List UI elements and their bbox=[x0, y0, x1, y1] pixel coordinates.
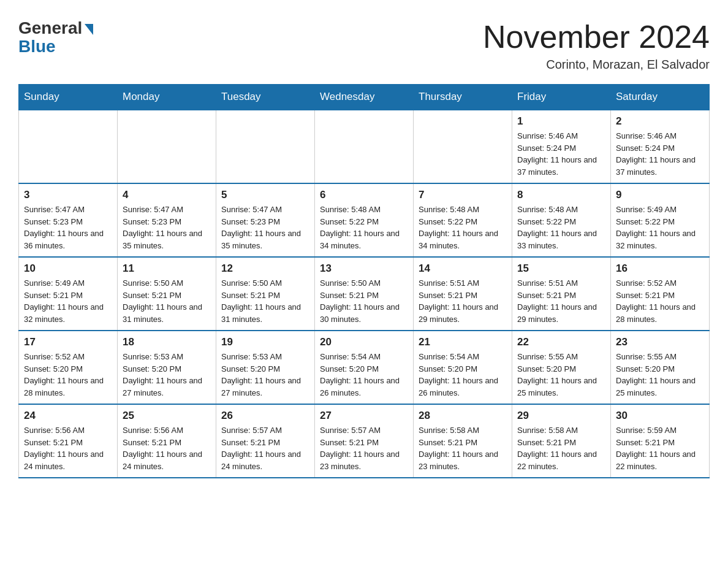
day-number: 21 bbox=[419, 336, 507, 348]
day-info: Sunrise: 5:55 AM Sunset: 5:20 PM Dayligh… bbox=[616, 351, 704, 399]
day-info: Sunrise: 5:54 AM Sunset: 5:20 PM Dayligh… bbox=[320, 351, 408, 399]
day-number: 4 bbox=[123, 189, 211, 201]
day-info: Sunrise: 5:50 AM Sunset: 5:21 PM Dayligh… bbox=[221, 277, 309, 325]
day-number: 12 bbox=[221, 262, 309, 275]
column-header-wednesday: Wednesday bbox=[315, 85, 414, 110]
day-number: 1 bbox=[517, 115, 605, 128]
calendar-week-5: 24Sunrise: 5:56 AM Sunset: 5:21 PM Dayli… bbox=[19, 404, 710, 478]
day-number: 15 bbox=[517, 262, 605, 275]
day-info: Sunrise: 5:56 AM Sunset: 5:21 PM Dayligh… bbox=[123, 424, 211, 472]
calendar-table: SundayMondayTuesdayWednesdayThursdayFrid… bbox=[18, 84, 710, 478]
logo-arrow-icon bbox=[85, 24, 93, 35]
day-info: Sunrise: 5:52 AM Sunset: 5:20 PM Dayligh… bbox=[24, 351, 112, 399]
day-info: Sunrise: 5:46 AM Sunset: 5:24 PM Dayligh… bbox=[517, 130, 605, 178]
calendar-cell: 13Sunrise: 5:50 AM Sunset: 5:21 PM Dayli… bbox=[315, 257, 414, 331]
logo-blue-text: Blue bbox=[18, 37, 56, 56]
day-number: 24 bbox=[24, 410, 112, 422]
day-info: Sunrise: 5:54 AM Sunset: 5:20 PM Dayligh… bbox=[419, 351, 507, 399]
day-info: Sunrise: 5:55 AM Sunset: 5:20 PM Dayligh… bbox=[517, 351, 605, 399]
column-header-tuesday: Tuesday bbox=[216, 85, 315, 110]
day-number: 30 bbox=[616, 410, 704, 422]
day-number: 2 bbox=[616, 115, 704, 128]
calendar-week-1: 1Sunrise: 5:46 AM Sunset: 5:24 PM Daylig… bbox=[19, 110, 710, 183]
day-number: 9 bbox=[616, 189, 704, 201]
day-info: Sunrise: 5:49 AM Sunset: 5:22 PM Dayligh… bbox=[616, 204, 704, 251]
day-info: Sunrise: 5:48 AM Sunset: 5:22 PM Dayligh… bbox=[320, 204, 408, 251]
day-number: 23 bbox=[616, 336, 704, 348]
month-title: November 2024 bbox=[483, 18, 710, 55]
calendar-cell: 20Sunrise: 5:54 AM Sunset: 5:20 PM Dayli… bbox=[315, 331, 414, 404]
calendar-cell: 6Sunrise: 5:48 AM Sunset: 5:22 PM Daylig… bbox=[315, 183, 414, 257]
day-number: 26 bbox=[221, 410, 309, 422]
calendar-cell: 11Sunrise: 5:50 AM Sunset: 5:21 PM Dayli… bbox=[118, 257, 216, 331]
day-number: 25 bbox=[123, 410, 211, 422]
calendar-cell: 28Sunrise: 5:58 AM Sunset: 5:21 PM Dayli… bbox=[414, 404, 512, 478]
day-info: Sunrise: 5:47 AM Sunset: 5:23 PM Dayligh… bbox=[221, 204, 309, 251]
calendar-cell: 25Sunrise: 5:56 AM Sunset: 5:21 PM Dayli… bbox=[118, 404, 216, 478]
day-number: 29 bbox=[517, 410, 605, 422]
day-info: Sunrise: 5:51 AM Sunset: 5:21 PM Dayligh… bbox=[419, 277, 507, 325]
day-info: Sunrise: 5:51 AM Sunset: 5:21 PM Dayligh… bbox=[517, 277, 605, 325]
day-info: Sunrise: 5:47 AM Sunset: 5:23 PM Dayligh… bbox=[123, 204, 211, 251]
day-number: 17 bbox=[24, 336, 112, 348]
day-info: Sunrise: 5:47 AM Sunset: 5:23 PM Dayligh… bbox=[24, 204, 112, 251]
day-number: 10 bbox=[24, 262, 112, 275]
column-header-saturday: Saturday bbox=[611, 85, 710, 110]
day-number: 7 bbox=[419, 189, 507, 201]
day-number: 19 bbox=[221, 336, 309, 348]
day-number: 3 bbox=[24, 189, 112, 201]
calendar-cell: 10Sunrise: 5:49 AM Sunset: 5:21 PM Dayli… bbox=[19, 257, 118, 331]
day-number: 20 bbox=[320, 336, 408, 348]
day-info: Sunrise: 5:48 AM Sunset: 5:22 PM Dayligh… bbox=[419, 204, 507, 251]
day-info: Sunrise: 5:46 AM Sunset: 5:24 PM Dayligh… bbox=[616, 130, 704, 178]
calendar-cell: 4Sunrise: 5:47 AM Sunset: 5:23 PM Daylig… bbox=[118, 183, 216, 257]
day-info: Sunrise: 5:58 AM Sunset: 5:21 PM Dayligh… bbox=[517, 424, 605, 472]
logo-general-text: General bbox=[18, 18, 82, 38]
column-header-friday: Friday bbox=[512, 85, 611, 110]
page-header: General Blue November 2024 Corinto, Mora… bbox=[18, 18, 710, 72]
day-info: Sunrise: 5:53 AM Sunset: 5:20 PM Dayligh… bbox=[123, 351, 211, 399]
calendar-cell: 1Sunrise: 5:46 AM Sunset: 5:24 PM Daylig… bbox=[512, 110, 611, 183]
day-info: Sunrise: 5:59 AM Sunset: 5:21 PM Dayligh… bbox=[616, 424, 704, 472]
day-info: Sunrise: 5:48 AM Sunset: 5:22 PM Dayligh… bbox=[517, 204, 605, 251]
calendar-cell: 3Sunrise: 5:47 AM Sunset: 5:23 PM Daylig… bbox=[19, 183, 118, 257]
day-info: Sunrise: 5:53 AM Sunset: 5:20 PM Dayligh… bbox=[221, 351, 309, 399]
column-header-monday: Monday bbox=[118, 85, 216, 110]
location-text: Corinto, Morazan, El Salvador bbox=[483, 58, 710, 72]
calendar-week-3: 10Sunrise: 5:49 AM Sunset: 5:21 PM Dayli… bbox=[19, 257, 710, 331]
calendar-cell: 16Sunrise: 5:52 AM Sunset: 5:21 PM Dayli… bbox=[611, 257, 710, 331]
calendar-cell: 8Sunrise: 5:48 AM Sunset: 5:22 PM Daylig… bbox=[512, 183, 611, 257]
calendar-cell: 15Sunrise: 5:51 AM Sunset: 5:21 PM Dayli… bbox=[512, 257, 611, 331]
day-number: 28 bbox=[419, 410, 507, 422]
calendar-cell: 2Sunrise: 5:46 AM Sunset: 5:24 PM Daylig… bbox=[611, 110, 710, 183]
calendar-cell bbox=[118, 110, 216, 183]
day-number: 22 bbox=[517, 336, 605, 348]
day-number: 16 bbox=[616, 262, 704, 275]
calendar-cell: 18Sunrise: 5:53 AM Sunset: 5:20 PM Dayli… bbox=[118, 331, 216, 404]
day-number: 14 bbox=[419, 262, 507, 275]
calendar-cell: 22Sunrise: 5:55 AM Sunset: 5:20 PM Dayli… bbox=[512, 331, 611, 404]
calendar-week-2: 3Sunrise: 5:47 AM Sunset: 5:23 PM Daylig… bbox=[19, 183, 710, 257]
day-number: 6 bbox=[320, 189, 408, 201]
calendar-cell: 9Sunrise: 5:49 AM Sunset: 5:22 PM Daylig… bbox=[611, 183, 710, 257]
day-info: Sunrise: 5:56 AM Sunset: 5:21 PM Dayligh… bbox=[24, 424, 112, 472]
logo: General Blue bbox=[18, 18, 93, 56]
calendar-cell: 7Sunrise: 5:48 AM Sunset: 5:22 PM Daylig… bbox=[414, 183, 512, 257]
calendar-cell bbox=[19, 110, 118, 183]
calendar-cell: 5Sunrise: 5:47 AM Sunset: 5:23 PM Daylig… bbox=[216, 183, 315, 257]
calendar-cell bbox=[315, 110, 414, 183]
day-number: 13 bbox=[320, 262, 408, 275]
day-info: Sunrise: 5:50 AM Sunset: 5:21 PM Dayligh… bbox=[320, 277, 408, 325]
day-number: 8 bbox=[517, 189, 605, 201]
day-info: Sunrise: 5:50 AM Sunset: 5:21 PM Dayligh… bbox=[123, 277, 211, 325]
calendar-cell: 19Sunrise: 5:53 AM Sunset: 5:20 PM Dayli… bbox=[216, 331, 315, 404]
day-info: Sunrise: 5:58 AM Sunset: 5:21 PM Dayligh… bbox=[419, 424, 507, 472]
column-header-sunday: Sunday bbox=[19, 85, 118, 110]
calendar-cell: 30Sunrise: 5:59 AM Sunset: 5:21 PM Dayli… bbox=[611, 404, 710, 478]
calendar-cell: 23Sunrise: 5:55 AM Sunset: 5:20 PM Dayli… bbox=[611, 331, 710, 404]
calendar-header-row: SundayMondayTuesdayWednesdayThursdayFrid… bbox=[19, 85, 710, 110]
calendar-cell: 29Sunrise: 5:58 AM Sunset: 5:21 PM Dayli… bbox=[512, 404, 611, 478]
day-info: Sunrise: 5:57 AM Sunset: 5:21 PM Dayligh… bbox=[320, 424, 408, 472]
title-section: November 2024 Corinto, Morazan, El Salva… bbox=[483, 18, 710, 72]
calendar-cell: 21Sunrise: 5:54 AM Sunset: 5:20 PM Dayli… bbox=[414, 331, 512, 404]
